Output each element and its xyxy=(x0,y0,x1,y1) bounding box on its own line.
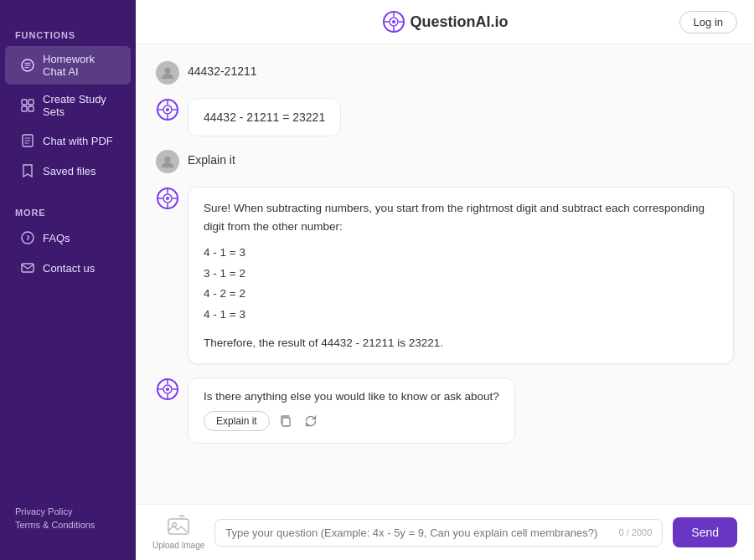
ai-message-3: Is there anything else you would like to… xyxy=(156,378,734,444)
send-button[interactable]: Send xyxy=(673,517,737,547)
header: QuestionAI.io Log in xyxy=(136,0,754,44)
bookmark-icon xyxy=(20,163,35,178)
sidebar-footer: Privacy Policy Terms & Conditions xyxy=(0,496,136,543)
ai-avatar-3 xyxy=(156,378,179,401)
step-3: 4 - 2 = 2 xyxy=(204,285,718,303)
svg-point-15 xyxy=(164,68,170,74)
sidebar-item-homework-label: Homework Chat AI xyxy=(43,53,116,78)
chat-area: 44432-21211 44432 - 21211 = 23221 xyxy=(136,44,754,504)
ai-message-2-bubble: Sure! When subtracting numbers, you star… xyxy=(188,187,734,364)
logo: QuestionAI.io xyxy=(382,10,509,33)
question-input[interactable] xyxy=(225,527,612,539)
svg-rect-7 xyxy=(22,264,34,272)
svg-point-6 xyxy=(22,232,34,244)
user-icon xyxy=(160,65,175,80)
terms-link[interactable]: Terms & Conditions xyxy=(15,520,121,530)
sidebar-item-study[interactable]: Create Study Sets xyxy=(5,86,131,125)
user-avatar-1 xyxy=(156,61,179,85)
mail-icon xyxy=(20,260,35,275)
user-message-2-text: Explain it xyxy=(188,150,235,167)
step-4: 4 - 1 = 3 xyxy=(204,306,718,324)
more-section-label: MORE xyxy=(0,194,136,223)
svg-point-23 xyxy=(164,157,170,162)
chat-icon xyxy=(20,58,35,73)
svg-point-33 xyxy=(166,388,169,391)
copy-icon[interactable] xyxy=(276,412,295,430)
svg-rect-38 xyxy=(282,418,290,426)
doc-icon xyxy=(20,133,35,148)
sidebar-item-saved-label: Saved files xyxy=(43,165,96,177)
sidebar-item-study-label: Create Study Sets xyxy=(43,93,116,118)
upload-icon xyxy=(167,515,190,538)
user-message-1: 44432-21211 xyxy=(156,61,734,85)
input-area: Upload Image 0 / 2000 Send xyxy=(136,504,754,560)
svg-rect-2 xyxy=(28,100,34,105)
ai-message-3-bubble: Is there anything else you would like to… xyxy=(188,378,515,444)
main-content: QuestionAI.io Log in 44432-21211 xyxy=(136,0,754,560)
upload-image-button[interactable]: Upload Image xyxy=(152,515,204,550)
sidebar-item-contact-label: Contact us xyxy=(43,262,95,275)
ai-avatar-2 xyxy=(156,187,179,210)
explain-it-button[interactable]: Explain it xyxy=(204,411,270,431)
ai-avatar-1 xyxy=(156,98,179,121)
svg-rect-4 xyxy=(28,106,34,111)
privacy-policy-link[interactable]: Privacy Policy xyxy=(15,506,121,516)
sidebar-item-pdf-label: Chat with PDF xyxy=(43,135,113,147)
user-avatar-2 xyxy=(156,150,179,173)
login-button[interactable]: Log in xyxy=(679,11,737,33)
ai-explanation-intro: Sure! When subtracting numbers, you star… xyxy=(204,199,718,235)
sidebar-item-faqs[interactable]: FAQs xyxy=(5,223,131,252)
sidebar-item-faqs-label: FAQs xyxy=(43,232,70,244)
svg-rect-39 xyxy=(168,519,188,534)
sidebar-item-pdf[interactable]: Chat with PDF xyxy=(5,126,131,155)
grid-icon xyxy=(20,98,35,113)
logo-text: QuestionAI.io xyxy=(411,13,509,31)
svg-point-26 xyxy=(166,197,169,200)
svg-rect-3 xyxy=(22,106,27,111)
ai-explanation-conclusion: Therefore, the result of 44432 - 21211 i… xyxy=(204,334,718,352)
svg-point-18 xyxy=(166,108,169,111)
ai-message-1: 44432 - 21211 = 23221 xyxy=(156,98,734,136)
svg-rect-1 xyxy=(22,100,27,105)
user-icon-2 xyxy=(160,154,175,169)
refresh-icon[interactable] xyxy=(302,412,320,430)
question-input-wrapper: 0 / 2000 xyxy=(214,519,663,547)
sidebar-item-contact[interactable]: Contact us xyxy=(5,254,131,282)
svg-point-10 xyxy=(392,20,395,23)
help-icon xyxy=(20,230,35,245)
logo-icon xyxy=(382,10,405,33)
ai-message-1-bubble: 44432 - 21211 = 23221 xyxy=(188,98,341,136)
sidebar: FUNCTIONS Homework Chat AI Create Study … xyxy=(0,0,136,560)
functions-section-label: FUNCTIONS xyxy=(0,17,136,45)
sidebar-item-saved[interactable]: Saved files xyxy=(5,157,131,185)
upload-label: Upload Image xyxy=(152,541,204,550)
ai-message-3-actions: Explain it xyxy=(204,411,499,431)
sidebar-item-homework[interactable]: Homework Chat AI xyxy=(5,46,131,85)
ai-message-3-text: Is there anything else you would like to… xyxy=(204,390,499,403)
user-message-2: Explain it xyxy=(156,150,734,173)
ai-message-2: Sure! When subtracting numbers, you star… xyxy=(156,187,734,364)
user-message-1-text: 44432-21211 xyxy=(188,61,257,78)
step-2: 3 - 1 = 2 xyxy=(204,265,718,283)
step-1: 4 - 1 = 3 xyxy=(204,244,718,262)
char-count: 0 / 2000 xyxy=(619,527,653,537)
